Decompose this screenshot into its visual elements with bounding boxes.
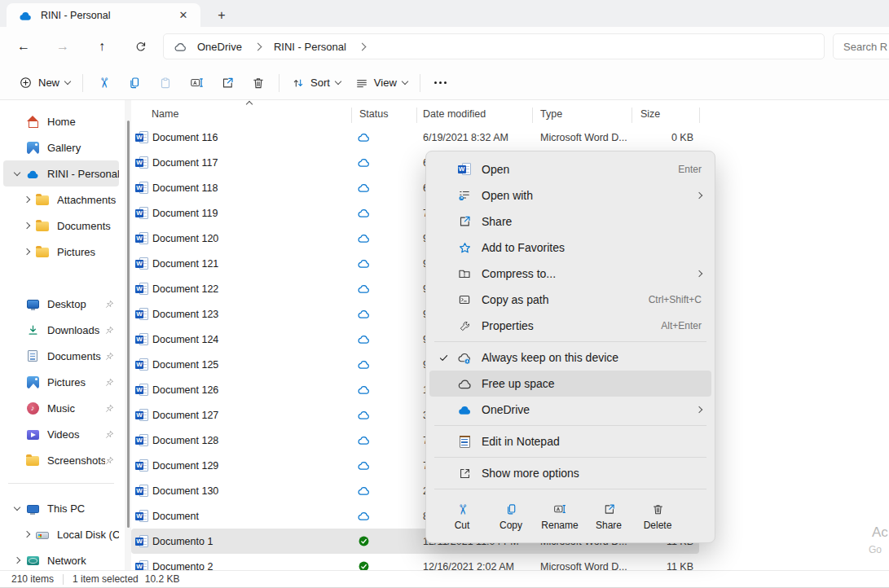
menu-item-always-keep-on-device[interactable]: Always keep on this device <box>429 344 711 371</box>
pictures-icon <box>27 376 39 388</box>
forward-button[interactable]: → <box>49 34 77 59</box>
sidebar-item-music[interactable]: ♪ Music <box>3 395 119 421</box>
open-with-icon <box>452 188 477 203</box>
share-icon <box>602 502 616 516</box>
chevron-down-icon[interactable] <box>14 503 20 510</box>
quick-action-share[interactable]: Share <box>584 497 633 536</box>
sidebar-item-desktop[interactable]: Desktop <box>3 291 119 317</box>
sidebar-item-gallery[interactable]: Gallery <box>3 134 119 160</box>
quick-action-rename[interactable]: Rename <box>535 497 584 536</box>
file-name: Document 130 <box>152 478 218 503</box>
view-button[interactable]: View <box>348 69 415 97</box>
search-box[interactable] <box>833 33 889 59</box>
delete-button[interactable] <box>243 69 274 97</box>
sidebar-scrollbar-thumb[interactable] <box>127 121 130 528</box>
menu-item-compress-to[interactable]: Compress to... <box>429 261 711 287</box>
search-input[interactable] <box>843 41 889 53</box>
quick-action-delete[interactable]: Delete <box>633 497 682 536</box>
sidebar-item-pictures-onedrive[interactable]: Pictures <box>3 239 119 265</box>
menu-item-copy-as-path[interactable]: Copy as path Ctrl+Shift+C <box>429 287 711 313</box>
file-row[interactable]: W Document 116 6/19/2021 8:32 AM Microso… <box>131 125 889 150</box>
menu-item-share[interactable]: Share <box>429 208 711 235</box>
menu-item-open-with[interactable]: Open with <box>429 182 711 208</box>
videos-icon <box>27 430 39 440</box>
star-icon <box>452 240 477 256</box>
menu-item-edit-in-notepad[interactable]: Edit in Notepad <box>429 428 711 454</box>
tab-close-icon[interactable]: ✕ <box>174 7 192 24</box>
column-header-status[interactable]: Status <box>359 108 388 120</box>
menu-item-onedrive[interactable]: OneDrive <box>429 397 711 423</box>
cut-button[interactable]: ✂ <box>88 69 119 97</box>
back-button[interactable]: ← <box>10 34 37 59</box>
sidebar-item-this-pc[interactable]: This PC <box>3 495 119 521</box>
sidebar-item-network[interactable]: Network <box>3 547 119 570</box>
word-file-icon: W <box>135 402 149 428</box>
view-icon <box>355 77 368 90</box>
chevron-right-icon[interactable] <box>24 248 30 255</box>
column-header-size[interactable]: Size <box>640 108 660 120</box>
sidebar-item-attachments[interactable]: Attachments <box>3 186 119 213</box>
sidebar-item-downloads[interactable]: Downloads <box>3 317 119 343</box>
toolbar-divider <box>420 74 420 92</box>
tab-bar: RINI - Personal ✕ + <box>0 0 889 27</box>
menu-item-open[interactable]: W Open Enter <box>429 156 711 182</box>
quick-action-copy[interactable]: Copy <box>486 497 535 536</box>
menu-item-show-more-options[interactable]: Show more options <box>429 460 711 486</box>
see-more-button[interactable] <box>425 69 456 97</box>
folder-icon <box>26 456 39 466</box>
menu-item-free-up-space[interactable]: Free up space <box>429 371 711 397</box>
sidebar-item-documents-onedrive[interactable]: Documents <box>3 213 119 239</box>
sync-status-icon <box>356 428 371 453</box>
file-row[interactable]: W Documento 2 12/16/2021 2:02 AM Microso… <box>131 554 889 570</box>
sidebar-item-screenshots[interactable]: Screenshots <box>3 447 119 473</box>
sidebar-item-pictures[interactable]: Pictures <box>3 369 119 395</box>
sort-button[interactable]: Sort <box>284 69 348 97</box>
onedrive-cloud-icon <box>18 10 33 21</box>
explorer-tab[interactable]: RINI - Personal ✕ <box>7 3 200 27</box>
chevron-down-icon <box>335 78 341 85</box>
sync-status-icon <box>356 125 371 150</box>
word-file-icon: W <box>135 554 149 570</box>
chevron-right-icon[interactable] <box>24 222 30 229</box>
file-name: Documento 1 <box>152 529 213 554</box>
refresh-button[interactable] <box>127 34 155 59</box>
sidebar-item-onedrive[interactable]: RINI - Personal <box>3 160 119 186</box>
rename-icon <box>189 75 205 90</box>
up-button[interactable]: ↑ <box>88 34 116 59</box>
address-bar[interactable]: OneDrive RINI - Personal <box>163 33 825 59</box>
breadcrumb-onedrive[interactable]: OneDrive <box>194 39 245 55</box>
sync-status-icon <box>356 503 371 529</box>
menu-item-add-to-favorites[interactable]: Add to Favorites <box>429 235 711 261</box>
copy-button[interactable] <box>119 69 150 97</box>
new-tab-button[interactable]: + <box>212 6 231 25</box>
column-header-name[interactable]: Name <box>152 108 178 120</box>
menu-item-properties[interactable]: Properties Alt+Enter <box>429 313 711 339</box>
breadcrumb-current-folder[interactable]: RINI - Personal <box>271 39 350 55</box>
sidebar-item-documents[interactable]: Documents <box>3 343 119 369</box>
sidebar-item-home[interactable]: Home <box>3 108 119 134</box>
rename-button[interactable] <box>181 69 212 97</box>
sidebar-item-videos[interactable]: Videos <box>3 421 119 447</box>
sidebar-item-local-disk[interactable]: Local Disk (C:) <box>3 521 119 547</box>
sync-status-icon <box>356 175 371 200</box>
file-name: Document 117 <box>152 150 218 175</box>
chevron-right-icon[interactable] <box>24 531 30 538</box>
sort-icon <box>292 77 305 90</box>
share-button[interactable] <box>212 69 243 97</box>
new-button[interactable]: New <box>11 69 77 97</box>
column-header-type[interactable]: Type <box>540 108 562 120</box>
item-count: 210 items <box>11 573 54 585</box>
sync-status-icon <box>356 453 371 478</box>
paste-button[interactable] <box>150 69 181 97</box>
chevron-right-icon[interactable] <box>24 196 30 203</box>
word-file-icon: W <box>135 529 149 554</box>
new-button-label: New <box>38 77 59 89</box>
music-icon: ♪ <box>27 402 39 415</box>
quick-action-cut[interactable]: ✂ Cut <box>438 497 486 536</box>
column-header-date[interactable]: Date modified <box>423 108 486 120</box>
chevron-right-icon[interactable] <box>14 557 20 564</box>
sidebar-scrollbar[interactable] <box>125 100 131 570</box>
file-name: Document 125 <box>152 352 218 377</box>
word-file-icon: W <box>452 163 477 176</box>
word-file-icon: W <box>135 226 149 251</box>
